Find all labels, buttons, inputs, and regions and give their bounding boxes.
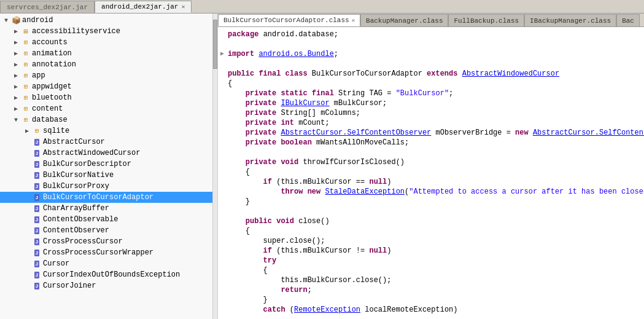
tree-item-animation[interactable]: ▶ ⊞ animation [0,48,212,59]
tree-toggle-animation[interactable]: ▶ [11,50,21,57]
editor-tab-fullbackup[interactable]: FullBackup.class [448,14,524,26]
line-content-throwifclosed: private void throwIfCursorIsClosed() [227,157,644,167]
tree-item-annotation[interactable]: ▶ ⊞ annotation [0,59,212,70]
tree-icon-bcd: J [32,159,42,169]
tree-label-bcta: BulkCursorToCursorAdaptor [43,193,153,202]
right-panel: BulkCursorToCursorAdaptor.class ✕ Backup… [218,14,644,319]
tree-item-cursor[interactable]: J Cursor [0,258,212,269]
line-content-closebrace6: } [227,295,644,305]
tree-item-crossprocesscursorwrapper[interactable]: J CrossProcessCursorWrapper [0,247,212,258]
tree-toggle-android[interactable]: ▼ [1,17,11,24]
tree-icon-animation: ⊞ [21,49,31,58]
tree-item-chararraybuffer[interactable]: J CharArrayBuffer [0,203,212,214]
code-editor[interactable]: package android.database; ▶ import andro… [218,27,644,319]
tree-label-accounts: accounts [32,38,68,47]
line-content-import: import android.os.Bundle; [227,49,644,59]
tree-label-content: content [32,104,63,113]
tree-item-crossprocesscursor[interactable]: J CrossProcessCursor [0,236,212,247]
editor-tab-ibackupmanager[interactable]: IBackupManager.class [524,14,616,26]
tree-icon-database: ⊞ [21,115,31,125]
tree-toggle-bluetooth[interactable]: ▶ [11,94,21,101]
tree-label-bluetooth: bluetooth [32,93,72,102]
tree-item-abstractwindowedcursor[interactable]: J AbstractWindowedCursor [0,148,212,159]
tree-item-database[interactable]: ▼ ⊞ database [0,114,212,125]
editor-tab-fullbackup-label: FullBackup.class [454,17,519,25]
tree-icon-abstractcursor: J [32,137,42,147]
code-line-brace4: { [218,226,644,236]
tree-toggle-accounts[interactable]: ▶ [11,39,21,46]
tree-item-bulkcursorproxy[interactable]: J BulkCursorProxy [0,181,212,192]
tree-icon-co: J [32,215,42,224]
tree-icon-annotation: ⊞ [21,60,31,69]
tree-label-android: android [22,16,53,25]
tree-toggle-database[interactable]: ▼ [11,117,21,124]
editor-tab-bulkcursor-close[interactable]: ✕ [352,17,355,24]
code-line-try: try [218,256,644,266]
tree-item-accessibilityservice[interactable]: ▶ ⊞ accessibilityservice [0,26,212,37]
line-content-blank2 [227,59,644,69]
tree-icon-bcta: J [32,192,42,202]
tree-item-sqlite[interactable]: ▶ ⊞ sqlite [0,125,212,136]
tree-toggle-app[interactable]: ▶ [11,72,21,79]
tree-label-co: ContentObservable [43,215,118,224]
line-content-openbrace: { [227,79,644,89]
tab-services-label: servrces_dex2jar.jar [7,4,88,11]
tree-item-cursorjoiner[interactable]: J CursorJoiner [0,280,212,291]
line-content-blank3 [227,148,644,157]
tree-toggle-appwidget[interactable]: ▶ [11,83,21,90]
code-line-openbrace: { [218,79,644,89]
tree-item-bulkcursortocursoradaptor[interactable]: J BulkCursorToCursorAdaptor [0,192,212,203]
left-panel: ▼ 📦 android ▶ ⊞ accessibilityservice ▶ ⊞ [0,14,218,319]
tree-toggle-content[interactable]: ▶ [11,105,21,112]
editor-tab-bulkcursor[interactable]: BulkCursorToCursorAdaptor.class ✕ [218,14,360,26]
tree-icon-app: ⊞ [21,71,31,81]
line-content-mcount: private int mCount; [227,118,644,128]
tree-container[interactable]: ▼ 📦 android ▶ ⊞ accessibilityservice ▶ ⊞ [0,14,212,319]
tab-android-close[interactable]: ✕ [181,3,185,10]
tree-label-acc: accessibilityservice [32,27,120,36]
line-content-brace5: { [227,266,644,275]
code-line-blank3 [218,148,644,157]
tree-item-app[interactable]: ▶ ⊞ app [0,70,212,81]
code-line-observer: private AbstractCursor.SelfContentObserv… [218,128,644,138]
tree-label-database: database [32,116,68,124]
code-line-1: package android.database; [218,30,644,39]
code-line-closebrace6: } [218,295,644,305]
code-line-brace5: { [218,266,644,275]
editor-tab-bac[interactable]: Bac [616,14,640,26]
tree-item-bluetooth[interactable]: ▶ ⊞ bluetooth [0,92,212,103]
code-line-ifnotnull: if (this.mBulkCursor != null) [218,246,644,256]
editor-tab-ibackupmanager-label: IBackupManager.class [530,17,611,25]
tree-toggle-annotation[interactable]: ▶ [11,61,21,68]
tree-item-bulkcursornative[interactable]: J BulkCursorNative [0,170,212,181]
tab-android[interactable]: android_dex2jar.jar ✕ [95,1,192,13]
code-line-throwifclosed: private void throwIfCursorIsClosed() [218,157,644,167]
tree-item-abstractcursor[interactable]: J AbstractCursor [0,136,212,148]
tree-scrollbar[interactable] [212,14,217,319]
tree-item-contentobservable[interactable]: J ContentObservable [0,214,212,225]
tree-item-cursorindexoutofbounds[interactable]: J CursorIndexOutOfBoundsException [0,269,212,280]
tree-root-android[interactable]: ▼ 📦 android [0,15,212,26]
main-content-area: ▼ 📦 android ▶ ⊞ accessibilityservice ▶ ⊞ [0,14,644,319]
tree-icon-accounts: ⊞ [21,37,31,47]
code-line-blank1 [218,39,644,49]
code-line-mcount: private int mCount; [218,118,644,128]
tree-toggle-acc[interactable]: ▶ [11,28,21,35]
tree-toggle-sqlite[interactable]: ▶ [22,127,32,135]
tree-item-bulkcursordescriptor[interactable]: J BulkCursorDescriptor [0,159,212,170]
editor-tab-bulkcursor-label: BulkCursorToCursorAdaptor.class [223,17,349,24]
tree-item-appwidget[interactable]: ▶ ⊞ appwidget [0,81,212,92]
tab-services[interactable]: servrces_dex2jar.jar [0,1,95,13]
tree-icon-cursor: J [32,259,42,269]
tree-scroll-thumb[interactable] [213,20,217,69]
tree-item-accounts[interactable]: ▶ ⊞ accounts [0,37,212,48]
tree-item-contentobserver[interactable]: J ContentObserver [0,225,212,236]
tree-icon-cioobe: J [32,270,42,280]
code-line-import: ▶ import android.os.Bundle; [218,49,644,59]
editor-tab-backupmanager[interactable]: BackupManager.class [360,14,448,26]
tree-label-cpc: CrossProcessCursor [43,237,123,246]
tree-label-appwidget: appwidget [32,82,72,91]
line-content-classdecl: public final class BulkCursorToCursorAda… [227,69,644,79]
code-line-tag: private static final String TAG = "BulkC… [218,89,644,98]
tree-item-content[interactable]: ▶ ⊞ content [0,103,212,114]
